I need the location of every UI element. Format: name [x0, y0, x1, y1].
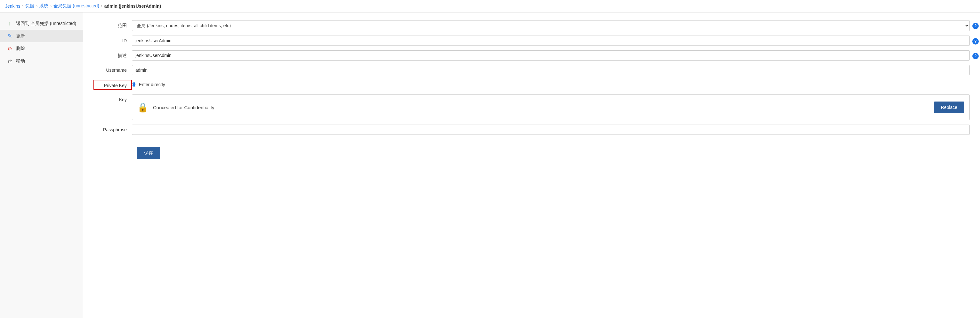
- sidebar-item-delete-label: 删除: [16, 46, 25, 51]
- move-icon: ⇄: [6, 58, 13, 64]
- key-control: 🔒 Concealed for Confidentiality Replace: [132, 94, 970, 120]
- scope-label: 范围: [94, 20, 132, 29]
- description-input[interactable]: [132, 50, 970, 61]
- arrow-up-icon: ↑: [6, 21, 13, 27]
- enter-directly-label: Enter directly: [139, 82, 165, 87]
- key-concealed-left: 🔒 Concealed for Confidentiality: [137, 102, 215, 113]
- breadcrumb-sep-2: ›: [50, 4, 51, 8]
- breadcrumb-sep-0: ›: [22, 4, 23, 8]
- id-row: ID ?: [94, 35, 970, 46]
- scope-select[interactable]: 全局 (Jenkins, nodes, items, all child ite…: [132, 20, 970, 31]
- replace-button[interactable]: Replace: [934, 102, 964, 113]
- passphrase-row: Passphrase: [94, 124, 970, 135]
- main-content: 范围 全局 (Jenkins, nodes, items, all child …: [83, 13, 980, 318]
- breadcrumb: Jenkins › 凭据 › 系统 › 全局凭据 (unrestricted) …: [0, 0, 980, 13]
- breadcrumb-credentials[interactable]: 凭据: [25, 3, 34, 9]
- sidebar-item-back[interactable]: ↑ 返回到 全局凭据 (unrestricted): [0, 18, 83, 30]
- breadcrumb-current: admin (jenkinsUserAdmin): [104, 3, 161, 9]
- id-label: ID: [94, 35, 132, 43]
- save-button[interactable]: 保存: [137, 147, 160, 159]
- passphrase-control: [132, 124, 970, 135]
- breadcrumb-sep-1: ›: [36, 4, 37, 8]
- breadcrumb-global[interactable]: 全局凭据 (unrestricted): [53, 3, 99, 9]
- sidebar-item-update[interactable]: ✎ 更新: [0, 30, 83, 42]
- key-label: Key: [94, 94, 132, 102]
- id-input[interactable]: [132, 35, 970, 46]
- sidebar-item-back-label: 返回到 全局凭据 (unrestricted): [16, 21, 76, 27]
- concealed-text: Concealed for Confidentiality: [153, 105, 215, 110]
- description-row: 描述 ?: [94, 50, 970, 61]
- sidebar-item-delete[interactable]: ⊘ 删除: [0, 42, 83, 55]
- key-row: Key 🔒 Concealed for Confidentiality Repl…: [94, 94, 970, 120]
- private-key-label: Private Key: [94, 80, 132, 90]
- username-input[interactable]: [132, 65, 970, 75]
- username-label: Username: [94, 65, 132, 73]
- description-control: [132, 50, 970, 61]
- sidebar: ↑ 返回到 全局凭据 (unrestricted) ✎ 更新 ⊘ 删除 ⇄ 移动: [0, 13, 83, 318]
- sidebar-item-move-label: 移动: [16, 58, 25, 64]
- description-help-icon[interactable]: ?: [972, 53, 979, 59]
- edit-icon: ✎: [6, 33, 13, 39]
- key-concealed-box: 🔒 Concealed for Confidentiality Replace: [132, 94, 970, 120]
- scope-help-icon[interactable]: ?: [972, 23, 979, 29]
- private-key-row: Private Key Enter directly: [94, 80, 970, 90]
- scope-row: 范围 全局 (Jenkins, nodes, items, all child …: [94, 20, 970, 31]
- lock-icon: 🔒: [137, 102, 148, 113]
- enter-directly-radio[interactable]: [132, 82, 136, 87]
- passphrase-label: Passphrase: [94, 124, 132, 132]
- sidebar-item-update-label: 更新: [16, 33, 25, 39]
- enter-directly-group: Enter directly: [132, 80, 970, 87]
- private-key-control: Enter directly: [132, 80, 970, 87]
- passphrase-input[interactable]: [132, 124, 970, 135]
- id-help-icon[interactable]: ?: [972, 38, 979, 45]
- username-control: [132, 65, 970, 75]
- id-control: [132, 35, 970, 46]
- breadcrumb-system[interactable]: 系统: [39, 3, 48, 9]
- sidebar-item-move[interactable]: ⇄ 移动: [0, 55, 83, 67]
- breadcrumb-sep-3: ›: [101, 4, 102, 8]
- save-row: 保存: [94, 139, 970, 159]
- scope-control: 全局 (Jenkins, nodes, items, all child ite…: [132, 20, 970, 31]
- delete-icon: ⊘: [6, 45, 13, 51]
- username-row: Username: [94, 65, 970, 75]
- breadcrumb-jenkins[interactable]: Jenkins: [5, 3, 20, 9]
- description-label: 描述: [94, 50, 132, 59]
